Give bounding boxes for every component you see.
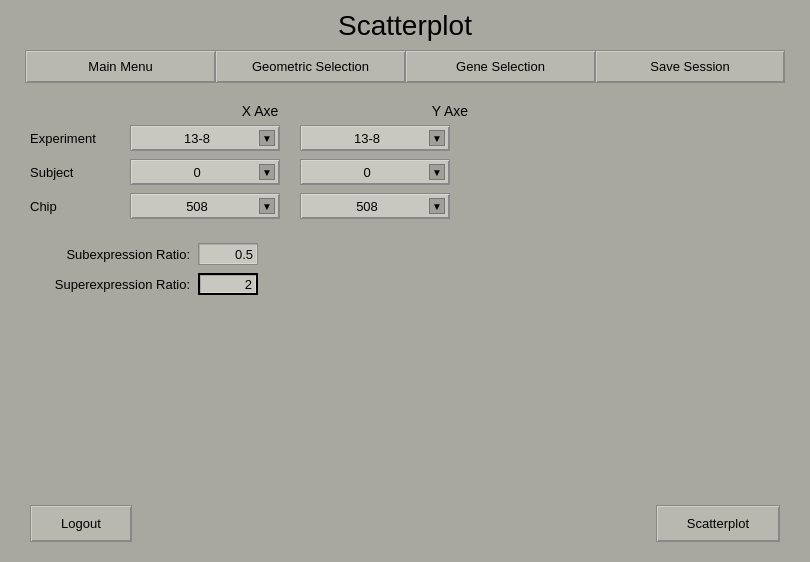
axes-headers: X Axe Y Axe <box>175 103 810 119</box>
experiment-label: Experiment <box>30 131 130 146</box>
chip-y-dropdown[interactable]: 508 ▼ <box>300 193 450 219</box>
page-title: Scatterplot <box>0 0 810 50</box>
ratios-section: Subexpression Ratio: 0.5 Superexpression… <box>30 243 810 303</box>
bottom-section: Logout Scatterplot <box>0 485 810 562</box>
logout-button[interactable]: Logout <box>30 505 132 542</box>
subject-x-value: 0 <box>135 165 259 180</box>
superexpression-input[interactable]: 2 <box>198 273 258 295</box>
subject-y-arrow[interactable]: ▼ <box>429 164 445 180</box>
chevron-down-icon: ▼ <box>262 167 272 178</box>
experiment-row: Experiment 13-8 ▼ 13-8 ▼ <box>30 125 810 151</box>
chip-x-arrow[interactable]: ▼ <box>259 198 275 214</box>
experiment-y-value: 13-8 <box>305 131 429 146</box>
x-axis-label: X Axe <box>175 103 345 119</box>
subexpression-row: Subexpression Ratio: 0.5 <box>30 243 810 265</box>
nav-bar: Main Menu Geometric Selection Gene Selec… <box>0 50 810 83</box>
main-menu-button[interactable]: Main Menu <box>25 50 215 83</box>
chip-x-value: 508 <box>135 199 259 214</box>
chip-x-dropdown[interactable]: 508 ▼ <box>130 193 280 219</box>
chevron-down-icon: ▼ <box>262 201 272 212</box>
scatterplot-button[interactable]: Scatterplot <box>656 505 780 542</box>
experiment-x-arrow[interactable]: ▼ <box>259 130 275 146</box>
experiment-y-dropdown[interactable]: 13-8 ▼ <box>300 125 450 151</box>
chevron-down-icon: ▼ <box>432 167 442 178</box>
chip-label: Chip <box>30 199 130 214</box>
subject-label: Subject <box>30 165 130 180</box>
chip-row: Chip 508 ▼ 508 ▼ <box>30 193 810 219</box>
gene-selection-button[interactable]: Gene Selection <box>405 50 595 83</box>
subexpression-label: Subexpression Ratio: <box>30 247 190 262</box>
save-session-button[interactable]: Save Session <box>595 50 785 83</box>
chevron-down-icon: ▼ <box>432 133 442 144</box>
chip-y-arrow[interactable]: ▼ <box>429 198 445 214</box>
experiment-x-dropdown[interactable]: 13-8 ▼ <box>130 125 280 151</box>
data-rows-container: Experiment 13-8 ▼ 13-8 ▼ Subject <box>30 125 810 227</box>
chip-y-value: 508 <box>305 199 429 214</box>
chevron-down-icon: ▼ <box>432 201 442 212</box>
main-content: X Axe Y Axe Experiment 13-8 ▼ 13-8 ▼ <box>0 103 810 455</box>
subject-row: Subject 0 ▼ 0 ▼ <box>30 159 810 185</box>
experiment-x-value: 13-8 <box>135 131 259 146</box>
experiment-y-arrow[interactable]: ▼ <box>429 130 445 146</box>
y-axis-label: Y Axe <box>365 103 535 119</box>
subject-y-value: 0 <box>305 165 429 180</box>
subject-x-arrow[interactable]: ▼ <box>259 164 275 180</box>
subject-x-dropdown[interactable]: 0 ▼ <box>130 159 280 185</box>
superexpression-row: Superexpression Ratio: 2 <box>30 273 810 295</box>
subexpression-input[interactable]: 0.5 <box>198 243 258 265</box>
subject-y-dropdown[interactable]: 0 ▼ <box>300 159 450 185</box>
geometric-selection-button[interactable]: Geometric Selection <box>215 50 405 83</box>
superexpression-label: Superexpression Ratio: <box>30 277 190 292</box>
chevron-down-icon: ▼ <box>262 133 272 144</box>
